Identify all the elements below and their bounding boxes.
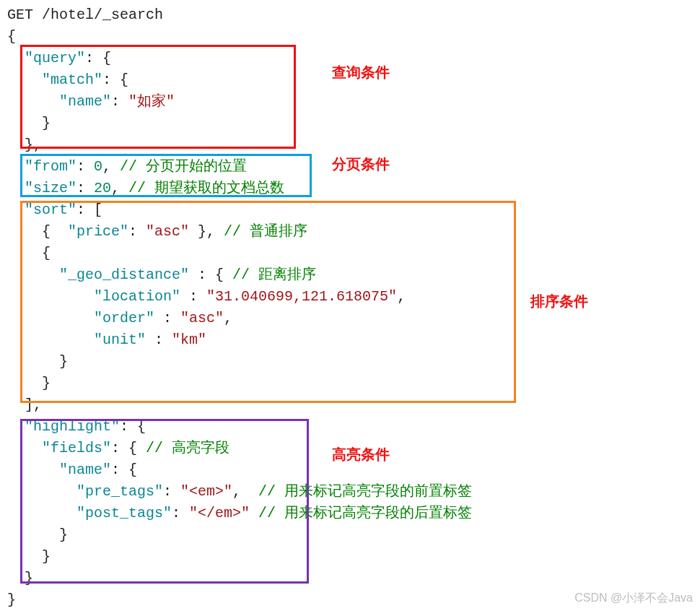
box-highlight [20,419,309,584]
watermark: CSDN @小泽不会Java [574,589,693,607]
box-pagination [20,154,312,197]
box-sort [20,201,516,403]
request-line: GET /hotel/_search [7,6,163,23]
label-page: 分页条件 [332,153,390,175]
label-highlight: 高亮条件 [332,443,390,465]
box-query [20,45,296,149]
label-query: 查询条件 [332,61,390,83]
label-sort: 排序条件 [530,290,588,312]
